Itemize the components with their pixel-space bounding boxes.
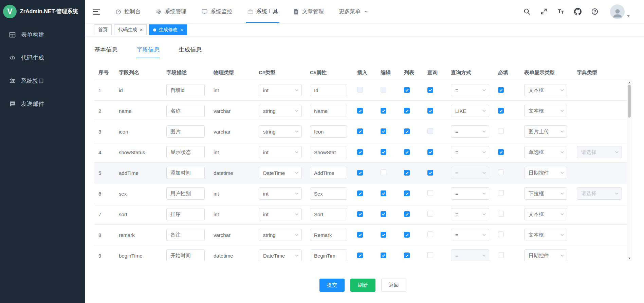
desc-input[interactable]: [166, 84, 205, 96]
checkbox[interactable]: [404, 87, 410, 93]
cs-prop-input[interactable]: [310, 84, 347, 96]
scroll-up-arrow-icon[interactable]: [627, 81, 631, 85]
cs-prop-input[interactable]: [310, 229, 347, 241]
query-type-select[interactable]: =: [451, 146, 489, 158]
cs-type-select[interactable]: int: [259, 84, 302, 96]
checkbox[interactable]: [404, 149, 410, 155]
cs-type-select[interactable]: string: [259, 105, 302, 117]
nav-item-5[interactable]: 更多菜单: [331, 0, 376, 23]
checkbox[interactable]: [381, 211, 386, 217]
tab-2[interactable]: 生成信息: [179, 46, 202, 58]
desc-input[interactable]: [166, 208, 205, 220]
checkbox[interactable]: [498, 211, 504, 217]
display-type-select[interactable]: 单选框: [524, 146, 567, 158]
checkbox[interactable]: [427, 231, 433, 237]
checkbox[interactable]: [357, 190, 363, 196]
close-icon[interactable]: ×: [180, 27, 183, 32]
nav-item-3[interactable]: 系统工具: [240, 0, 286, 23]
user-menu[interactable]: [610, 4, 630, 19]
display-type-select[interactable]: 文本框: [524, 84, 567, 96]
checkbox[interactable]: [498, 87, 504, 93]
checkbox[interactable]: [427, 170, 433, 176]
desc-input[interactable]: [166, 187, 205, 200]
desc-input[interactable]: [166, 146, 205, 158]
checkbox[interactable]: [381, 128, 386, 134]
checkbox[interactable]: [498, 231, 504, 237]
refresh-button[interactable]: 刷新: [350, 279, 375, 292]
checkbox[interactable]: [404, 232, 410, 238]
close-icon[interactable]: ×: [140, 27, 143, 32]
checkbox[interactable]: [404, 252, 410, 258]
display-type-select[interactable]: 日期控件: [524, 249, 567, 261]
checkbox[interactable]: [427, 211, 433, 217]
cs-prop-input[interactable]: [310, 167, 347, 179]
checkbox[interactable]: [427, 149, 433, 155]
checkbox[interactable]: [498, 128, 504, 134]
checkbox[interactable]: [381, 190, 386, 196]
fullscreen-icon[interactable]: [540, 8, 548, 15]
desc-input[interactable]: [166, 249, 205, 261]
cs-type-select[interactable]: int: [259, 146, 302, 158]
cs-prop-input[interactable]: [310, 105, 347, 117]
checkbox[interactable]: [357, 128, 363, 134]
query-type-select[interactable]: =: [451, 229, 489, 241]
checkbox[interactable]: [498, 169, 504, 175]
sidebar-item-3[interactable]: 发送邮件: [0, 92, 85, 115]
app-logo[interactable]: V ZrAdmin.NET-管理系统: [0, 0, 85, 23]
hamburger-icon[interactable]: [92, 7, 101, 16]
desc-input[interactable]: [166, 167, 205, 179]
sidebar-item-1[interactable]: 代码生成: [0, 46, 85, 69]
nav-item-2[interactable]: 系统监控: [194, 0, 240, 23]
checkbox[interactable]: [381, 232, 386, 238]
query-type-select[interactable]: =: [451, 187, 489, 200]
checkbox[interactable]: [381, 149, 386, 155]
checkbox[interactable]: [498, 149, 504, 155]
checkbox[interactable]: [357, 108, 363, 114]
checkbox[interactable]: [427, 252, 433, 258]
github-icon[interactable]: [574, 8, 582, 15]
checkbox[interactable]: [404, 108, 410, 114]
checkbox[interactable]: [427, 87, 433, 93]
cs-prop-input[interactable]: [310, 125, 347, 138]
cs-type-select[interactable]: string: [259, 125, 302, 138]
cs-prop-input[interactable]: [310, 249, 347, 261]
cs-prop-input[interactable]: [310, 187, 347, 200]
scroll-down-arrow-icon[interactable]: [627, 256, 631, 260]
route-tab-2[interactable]: 生成修改×: [149, 24, 187, 35]
route-tab-1[interactable]: 代码生成×: [114, 24, 147, 35]
question-icon[interactable]: [591, 8, 599, 15]
checkbox[interactable]: [427, 108, 433, 114]
checkbox[interactable]: [404, 190, 410, 196]
sidebar-item-2[interactable]: 系统接口: [0, 69, 85, 92]
query-type-select[interactable]: LIKE: [451, 105, 489, 117]
scrollbar-thumb[interactable]: [628, 85, 631, 118]
font-size-icon[interactable]: [557, 8, 565, 15]
checkbox[interactable]: [357, 232, 363, 238]
checkbox[interactable]: [498, 190, 504, 196]
cs-type-select[interactable]: int: [259, 208, 302, 220]
query-type-select[interactable]: =: [451, 84, 489, 96]
nav-item-1[interactable]: 系统管理: [148, 0, 194, 23]
display-type-select[interactable]: 日期控件: [524, 167, 567, 179]
checkbox[interactable]: [498, 252, 504, 258]
cs-type-select[interactable]: DateTime: [259, 167, 302, 179]
desc-input[interactable]: [166, 105, 205, 117]
checkbox[interactable]: [381, 169, 386, 175]
display-type-select[interactable]: 图片上传: [524, 125, 567, 138]
cs-prop-input[interactable]: [310, 208, 347, 220]
desc-input[interactable]: [166, 229, 205, 241]
route-tab-0[interactable]: 首页: [94, 24, 112, 35]
checkbox[interactable]: [357, 211, 363, 217]
checkbox[interactable]: [404, 211, 410, 217]
nav-item-0[interactable]: 控制台: [108, 0, 148, 23]
checkbox[interactable]: [427, 190, 433, 196]
cs-type-select[interactable]: DateTime: [259, 249, 302, 261]
display-type-select[interactable]: 文本框: [524, 105, 567, 117]
back-button[interactable]: 返回: [381, 279, 406, 292]
cs-prop-input[interactable]: [310, 146, 347, 158]
checkbox[interactable]: [404, 128, 410, 134]
submit-button[interactable]: 提交: [319, 279, 345, 292]
table-scrollbar[interactable]: [627, 80, 631, 261]
query-type-select[interactable]: =: [451, 125, 489, 138]
desc-input[interactable]: [166, 125, 205, 138]
